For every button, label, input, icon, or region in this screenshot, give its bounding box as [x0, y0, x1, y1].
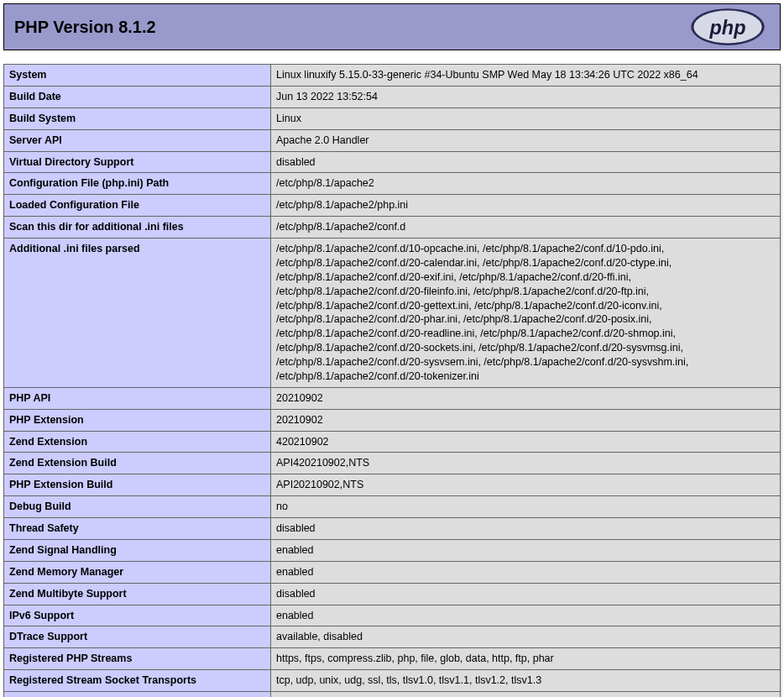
- svg-text:php: php: [709, 17, 746, 39]
- row-value: 20210902: [271, 387, 781, 409]
- table-row: PHP API20210902: [4, 387, 781, 409]
- row-value: Linux: [271, 107, 781, 129]
- table-row: IPv6 Supportenabled: [4, 605, 781, 626]
- row-label: Zend Extension: [4, 431, 271, 453]
- row-label: Registered PHP Streams: [4, 648, 271, 670]
- row-value: /etc/php/8.1/apache2/conf.d/10-opcache.i…: [271, 238, 781, 388]
- table-row: Scan this dir for additional .ini files/…: [4, 217, 781, 238]
- row-value: disabled: [271, 583, 781, 605]
- row-value: available, disabled: [271, 626, 781, 648]
- row-value: /etc/php/8.1/apache2/php.ini: [271, 195, 781, 217]
- table-row: Zend Memory Managerenabled: [4, 561, 781, 583]
- row-value: no: [271, 496, 781, 518]
- page-title: PHP Version 8.1.2: [14, 18, 156, 37]
- row-label: PHP API: [4, 387, 271, 409]
- row-label: System: [4, 65, 271, 86]
- table-row: Registered Stream Filterszlib.*, string.…: [4, 692, 781, 698]
- table-row: Registered PHP Streamshttps, ftps, compr…: [4, 648, 781, 670]
- row-value: enabled: [271, 561, 781, 583]
- table-row: Zend Signal Handlingenabled: [4, 539, 781, 561]
- row-label: Virtual Directory Support: [4, 151, 271, 173]
- row-label: Loaded Configuration File: [4, 195, 271, 217]
- row-label: Scan this dir for additional .ini files: [4, 217, 271, 238]
- row-label: Registered Stream Filters: [4, 692, 271, 698]
- row-label: Server API: [4, 129, 271, 151]
- row-label: Debug Build: [4, 496, 271, 518]
- row-label: Registered Stream Socket Transports: [4, 670, 271, 692]
- row-label: Thread Safety: [4, 518, 271, 540]
- table-row: Zend Extension BuildAPI420210902,NTS: [4, 453, 781, 474]
- table-row: Debug Buildno: [4, 496, 781, 518]
- table-row: Thread Safetydisabled: [4, 518, 781, 540]
- row-value: 420210902: [271, 431, 781, 453]
- row-label: PHP Extension Build: [4, 474, 271, 496]
- row-label: Zend Multibyte Support: [4, 583, 271, 605]
- table-row: PHP Extension20210902: [4, 409, 781, 431]
- table-row: SystemLinux linuxify 5.15.0-33-generic #…: [4, 65, 781, 86]
- table-row: Configuration File (php.ini) Path/etc/ph…: [4, 173, 781, 195]
- phpinfo-header: PHP Version 8.1.2 php: [3, 3, 781, 50]
- row-label: Additional .ini files parsed: [4, 238, 271, 388]
- row-value: Linux linuxify 5.15.0-33-generic #34-Ubu…: [271, 65, 781, 86]
- row-label: Build Date: [4, 86, 271, 107]
- row-value: tcp, udp, unix, udg, ssl, tls, tlsv1.0, …: [271, 670, 781, 692]
- row-label: PHP Extension: [4, 409, 271, 431]
- phpinfo-table: SystemLinux linuxify 5.15.0-33-generic #…: [3, 64, 781, 697]
- table-row: Zend Multibyte Supportdisabled: [4, 583, 781, 605]
- row-value: /etc/php/8.1/apache2: [271, 173, 781, 195]
- row-label: Build System: [4, 107, 271, 129]
- row-value: https, ftps, compress.zlib, php, file, g…: [271, 648, 781, 670]
- row-value: enabled: [271, 539, 781, 561]
- table-row: Build SystemLinux: [4, 107, 781, 129]
- row-value: API20210902,NTS: [271, 474, 781, 496]
- table-row: Registered Stream Socket Transportstcp, …: [4, 670, 781, 692]
- table-row: Additional .ini files parsed/etc/php/8.1…: [4, 238, 781, 388]
- table-row: Server APIApache 2.0 Handler: [4, 129, 781, 151]
- table-row: PHP Extension BuildAPI20210902,NTS: [4, 474, 781, 496]
- row-value: disabled: [271, 518, 781, 540]
- row-label: Zend Extension Build: [4, 453, 271, 474]
- row-label: Zend Memory Manager: [4, 561, 271, 583]
- row-value: zlib.*, string.rot13, string.toupper, st…: [271, 692, 781, 698]
- row-label: Zend Signal Handling: [4, 539, 271, 561]
- row-value: /etc/php/8.1/apache2/conf.d: [271, 217, 781, 238]
- row-value: 20210902: [271, 409, 781, 431]
- table-row: Zend Extension420210902: [4, 431, 781, 453]
- row-label: DTrace Support: [4, 626, 271, 648]
- row-label: IPv6 Support: [4, 605, 271, 626]
- table-row: Virtual Directory Supportdisabled: [4, 151, 781, 173]
- row-value: API420210902,NTS: [271, 453, 781, 474]
- row-value: disabled: [271, 151, 781, 173]
- table-row: Build DateJun 13 2022 13:52:54: [4, 86, 781, 107]
- row-value: Apache 2.0 Handler: [271, 129, 781, 151]
- row-value: Jun 13 2022 13:52:54: [271, 86, 781, 107]
- row-value: enabled: [271, 605, 781, 626]
- table-row: Loaded Configuration File/etc/php/8.1/ap…: [4, 195, 781, 217]
- php-logo-icon: php: [686, 6, 770, 48]
- table-row: DTrace Supportavailable, disabled: [4, 626, 781, 648]
- row-label: Configuration File (php.ini) Path: [4, 173, 271, 195]
